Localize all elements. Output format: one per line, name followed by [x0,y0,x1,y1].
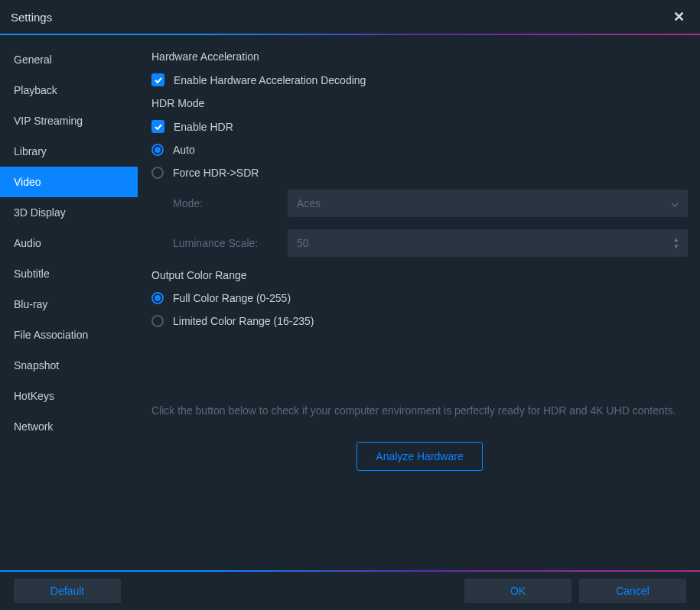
sidebar-item-playback[interactable]: Playback [0,75,138,105]
sidebar-item-audio[interactable]: Audio [0,228,138,258]
sidebar-item-subtitle[interactable]: Subtitle [0,258,138,289]
sidebar-item-file-association[interactable]: File Association [0,320,138,350]
ok-button[interactable]: OK [464,579,571,603]
hwaccel-label: Enable Hardware Acceleration Decoding [174,74,366,86]
hdr-force-radio[interactable] [151,167,164,179]
check-icon [154,76,163,85]
close-icon[interactable]: ✕ [669,5,689,28]
color-range-title: Output Color Range [151,269,688,281]
content-pane: Hardware Acceleration Enable Hardware Ac… [138,35,700,570]
sidebar-item-snapshot[interactable]: Snapshot [0,350,138,381]
sidebar: General Playback VIP Streaming Library V… [0,35,138,570]
main-area: General Playback VIP Streaming Library V… [0,35,700,570]
hdr-checkbox[interactable] [151,120,164,133]
sidebar-item-library[interactable]: Library [0,136,138,167]
hint-text: Click the button below to check if your … [151,404,688,419]
footer: Default OK Cancel [0,572,700,610]
mode-select[interactable]: Aces [288,190,688,217]
hwaccel-title: Hardware Acceleration [151,50,688,63]
spinner-down-icon[interactable]: ▼ [671,244,682,250]
sidebar-item-general[interactable]: General [0,44,138,75]
sidebar-item-video[interactable]: Video [0,167,138,197]
sidebar-item-vip-streaming[interactable]: VIP Streaming [0,105,138,136]
mode-label: Mode: [173,197,288,209]
cancel-button[interactable]: Cancel [579,579,686,603]
sidebar-item-bluray[interactable]: Blu-ray [0,289,138,320]
hdr-force-label: Force HDR->SDR [173,167,259,179]
sidebar-item-3d-display[interactable]: 3D Display [0,197,138,228]
luminance-label: Luminance Scale: [173,237,288,249]
color-limited-label: Limited Color Range (16-235) [173,315,314,327]
hdr-title: HDR Mode [151,97,688,109]
check-icon [154,122,163,131]
analyze-hardware-button[interactable]: Analyze Hardware [357,442,482,471]
sidebar-item-network[interactable]: Network [0,411,138,442]
chevron-down-icon [671,197,679,209]
hdr-auto-radio[interactable] [151,144,164,156]
hdr-label: Enable HDR [174,121,233,133]
mode-value: Aces [297,197,321,209]
title-bar: Settings ✕ [0,0,700,34]
luminance-value: 50 [297,237,309,249]
sidebar-item-hotkeys[interactable]: HotKeys [0,381,138,411]
hdr-auto-label: Auto [173,144,195,156]
color-full-label: Full Color Range (0-255) [173,292,291,304]
default-button[interactable]: Default [14,579,121,603]
window-title: Settings [11,11,52,24]
color-full-radio[interactable] [151,292,164,304]
hwaccel-checkbox[interactable] [151,73,164,86]
spinner-up-icon[interactable]: ▲ [671,237,682,243]
luminance-spinner[interactable]: 50 ▲ ▼ [288,229,688,257]
color-limited-radio[interactable] [151,315,164,327]
